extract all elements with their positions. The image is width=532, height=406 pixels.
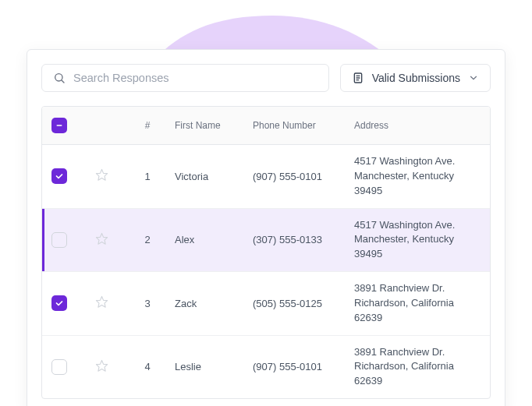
document-icon [352,72,364,84]
chevron-down-icon [468,72,479,83]
cell-phone: (505) 555-0125 [246,288,348,319]
cell-first-name: Zack [168,288,246,319]
filter-dropdown[interactable]: Valid Submissions [340,64,491,92]
star-icon[interactable] [95,359,108,372]
toolbar: Valid Submissions [41,64,491,92]
responses-table: # First Name Phone Number Address 1Victo… [41,106,491,399]
table-body: 1Victoria(907) 555-01014517 Washington A… [42,145,490,398]
cell-phone: (307) 555-0133 [246,224,348,255]
row-checkbox[interactable] [51,359,67,375]
search-field[interactable] [41,64,329,92]
cell-address: 4517 Washington Ave. Manchester, Kentuck… [348,145,490,208]
search-input[interactable] [73,72,317,84]
select-all-checkbox[interactable] [51,118,67,133]
search-icon [53,72,66,84]
filter-label: Valid Submissions [372,72,460,84]
col-address: Address [348,109,490,142]
svg-marker-9 [96,297,107,308]
cell-first-name: Leslie [168,351,246,382]
star-icon[interactable] [95,295,108,309]
svg-marker-8 [96,233,107,244]
responses-card: Valid Submissions # First Name Phone Num… [27,49,505,406]
col-phone: Phone Number [246,109,348,142]
star-icon[interactable] [95,168,108,182]
table-row[interactable]: 3Zack(505) 555-01253891 Ranchview Dr. Ri… [42,272,490,336]
table-header: # First Name Phone Number Address [42,107,490,145]
row-checkbox[interactable] [51,232,67,248]
cell-first-name: Alex [168,224,246,255]
cell-index: 2 [126,224,168,255]
svg-line-1 [62,80,64,83]
cell-address: 3891 Ranchview Dr. Richardson, Californi… [348,336,490,399]
svg-marker-10 [96,360,107,371]
cell-address: 4517 Washington Ave. Manchester, Kentuck… [348,209,490,272]
svg-rect-6 [57,125,62,126]
table-row[interactable]: 1Victoria(907) 555-01014517 Washington A… [42,145,490,209]
cell-index: 3 [126,288,168,319]
star-icon[interactable] [95,232,108,245]
table-row[interactable]: 2Alex(307) 555-01334517 Washington Ave. … [42,209,490,273]
cell-phone: (907) 555-0101 [246,351,348,382]
col-index: # [126,109,168,142]
col-first-name: First Name [168,109,246,142]
cell-first-name: Victoria [168,161,246,192]
cell-address: 3891 Ranchview Dr. Richardson, Californi… [348,272,490,335]
cell-index: 1 [126,161,168,192]
svg-marker-7 [96,170,107,181]
cell-index: 4 [126,351,168,382]
table-row[interactable]: 4Leslie(907) 555-01013891 Ranchview Dr. … [42,336,490,399]
cell-phone: (907) 555-0101 [246,161,348,192]
row-checkbox[interactable] [51,168,67,184]
row-checkbox[interactable] [51,295,67,311]
